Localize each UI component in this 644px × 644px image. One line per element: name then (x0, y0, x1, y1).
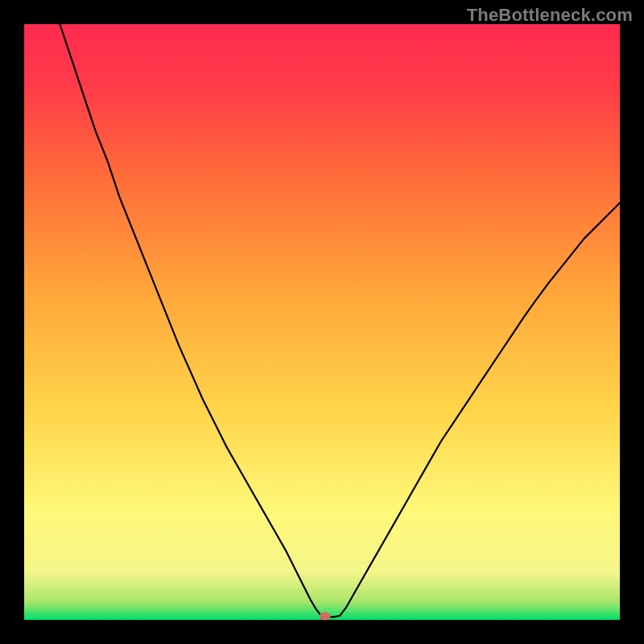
plot-background (24, 24, 620, 620)
chart-frame: TheBottleneck.com (0, 0, 644, 644)
chart-svg (0, 0, 644, 644)
optimal-marker (320, 613, 331, 621)
